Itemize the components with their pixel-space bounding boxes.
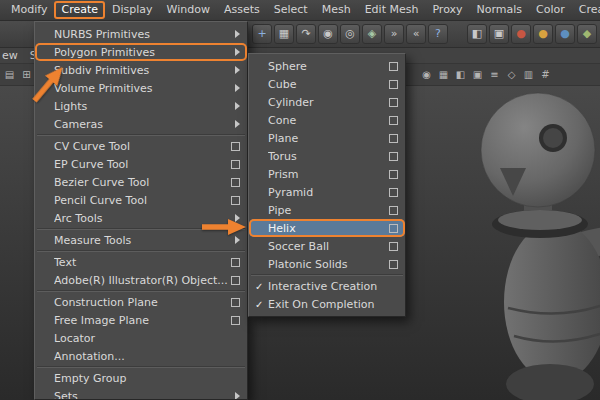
option-box-icon[interactable]	[389, 62, 398, 71]
image-plane-icon[interactable]: ▣	[471, 67, 484, 83]
bookmark-icon[interactable]: ◧	[454, 67, 467, 83]
option-box-icon[interactable]	[389, 224, 398, 233]
create-menu-item-locator[interactable]: Locator	[35, 329, 247, 347]
menubar-item-mesh[interactable]: Mesh	[315, 1, 358, 19]
robot-collar-top	[498, 210, 582, 230]
option-box-icon[interactable]	[231, 178, 240, 187]
menu-item-label: Empty Group	[54, 372, 242, 385]
option-box-icon[interactable]	[231, 276, 240, 285]
polygon-submenu-item-pipe[interactable]: Pipe	[249, 201, 405, 219]
polygon-submenu-item-helix[interactable]: Helix	[249, 219, 405, 237]
menubar-item-proxy[interactable]: Proxy	[425, 1, 469, 19]
panel-menu-view[interactable]: ew	[2, 49, 18, 62]
option-box-icon[interactable]	[389, 242, 398, 251]
option-box-icon[interactable]	[389, 134, 398, 143]
selection-mask-icon[interactable]: +	[252, 24, 272, 44]
create-menu-item-annotation[interactable]: Annotation...	[35, 347, 247, 365]
polygon-submenu-item-sphere[interactable]: Sphere	[249, 57, 405, 75]
menubar-item-normals[interactable]: Normals	[470, 1, 530, 19]
grid-icon[interactable]: #	[539, 67, 552, 83]
create-menu-item-pencil-curve-tool[interactable]: Pencil Curve Tool	[35, 191, 247, 209]
select-camera-icon[interactable]: ▤	[3, 67, 16, 83]
create-menu-item-empty-group[interactable]: Empty Group	[35, 369, 247, 387]
option-box-icon[interactable]	[389, 260, 398, 269]
polygon-submenu-item-interactive-creation[interactable]: ✓Interactive Creation	[249, 277, 405, 295]
menu-item-label: Soccer Ball	[268, 240, 389, 253]
menubar-item-edit-mesh[interactable]: Edit Mesh	[358, 1, 426, 19]
menu-item-label: Locator	[54, 332, 242, 345]
camera-attributes-icon[interactable]: ▦	[437, 67, 450, 83]
option-box-icon[interactable]	[389, 206, 398, 215]
grid-toggle-icon[interactable]: ⊞	[20, 67, 33, 83]
menubar-item-color[interactable]: Color	[529, 1, 572, 19]
menu-item-label: Text	[54, 256, 231, 269]
option-box-icon[interactable]	[389, 170, 398, 179]
create-menu-item-cv-curve-tool[interactable]: CV Curve Tool	[35, 137, 247, 155]
polygon-submenu-item-pyramid[interactable]: Pyramid	[249, 183, 405, 201]
create-menu-item-nurbs-primitives[interactable]: NURBS Primitives	[35, 25, 247, 43]
option-box-icon[interactable]	[231, 196, 240, 205]
option-box-icon[interactable]	[389, 80, 398, 89]
option-box-icon[interactable]	[389, 98, 398, 107]
option-box-icon[interactable]	[231, 160, 240, 169]
isolate-select-icon[interactable]: ◇	[505, 67, 518, 83]
snap-to-projected-center-icon[interactable]: ◎	[340, 24, 360, 44]
create-menu-item-free-image-plane[interactable]: Free Image Plane	[35, 311, 247, 329]
option-box-icon[interactable]	[389, 116, 398, 125]
create-menu-item-volume-primitives[interactable]: Volume Primitives	[35, 79, 247, 97]
polygon-submenu-item-exit-on-completion[interactable]: ✓Exit On Completion	[249, 295, 405, 313]
option-box-icon[interactable]	[231, 258, 240, 267]
snap-to-grids-icon[interactable]: ▦	[274, 24, 294, 44]
option-box-icon[interactable]	[389, 188, 398, 197]
render-current-frame-icon[interactable]: ●	[511, 24, 531, 44]
polygon-submenu-item-prism[interactable]: Prism	[249, 165, 405, 183]
menubar-item-create[interactable]: Create	[54, 1, 105, 19]
create-menu-item-construction-plane[interactable]: Construction Plane	[35, 293, 247, 311]
hypershade-icon[interactable]: ◧	[467, 24, 487, 44]
polygon-submenu-item-cone[interactable]: Cone	[249, 111, 405, 129]
create-menu-item-bezier-curve-tool[interactable]: Bezier Curve Tool	[35, 173, 247, 191]
polygon-submenu-item-plane[interactable]: Plane	[249, 129, 405, 147]
option-box-icon[interactable]	[389, 152, 398, 161]
create-menu-item-adobe-r-illustrator-r-object[interactable]: Adobe(R) Illustrator(R) Object...	[35, 271, 247, 289]
menubar-item-modify[interactable]: Modify	[4, 1, 54, 19]
polygon-submenu-item-torus[interactable]: Torus	[249, 147, 405, 165]
render-settings-icon[interactable]: ●	[555, 24, 575, 44]
create-menu-separator	[37, 134, 245, 136]
create-menu-item-polygon-primitives[interactable]: Polygon Primitives	[35, 43, 247, 61]
help-icon[interactable]: ?	[428, 24, 448, 44]
polygon-submenu-item-cylinder[interactable]: Cylinder	[249, 93, 405, 111]
panel-toolbar-left-group: ▤⊞	[3, 67, 33, 83]
make-live-icon[interactable]: ◈	[362, 24, 382, 44]
submenu-arrow-icon	[235, 30, 240, 38]
field-chart-icon[interactable]: ▥	[522, 67, 535, 83]
create-menu-item-sets[interactable]: Sets	[35, 387, 247, 400]
create-menu-item-lights[interactable]: Lights	[35, 97, 247, 115]
menubar-item-assets[interactable]: Assets	[217, 1, 267, 19]
output-connections-icon[interactable]: «	[406, 24, 426, 44]
menu-item-label: Volume Primitives	[54, 82, 235, 95]
create-menu-item-text[interactable]: Text	[35, 253, 247, 271]
menu-item-label: Pyramid	[268, 186, 389, 199]
create-menu-item-ep-curve-tool[interactable]: EP Curve Tool	[35, 155, 247, 173]
polygon-submenu-item-platonic-solids[interactable]: Platonic Solids	[249, 255, 405, 273]
menubar-item-select[interactable]: Select	[267, 1, 315, 19]
option-box-icon[interactable]	[231, 142, 240, 151]
input-connections-icon[interactable]: »	[384, 24, 404, 44]
create-menu-item-cameras[interactable]: Cameras	[35, 115, 247, 133]
menubar-item-create-uvs[interactable]: Create UVs	[572, 1, 600, 19]
menubar-item-display[interactable]: Display	[105, 1, 160, 19]
option-box-icon[interactable]	[231, 316, 240, 325]
polygon-submenu-item-soccer-ball[interactable]: Soccer Ball	[249, 237, 405, 255]
checkmark-icon: ✓	[253, 281, 268, 292]
option-box-icon[interactable]	[231, 298, 240, 307]
snap-to-points-icon[interactable]: ◉	[318, 24, 338, 44]
polygon-submenu-item-cube[interactable]: Cube	[249, 75, 405, 93]
two-d-pan-zoom-icon[interactable]: ≡	[488, 67, 501, 83]
render-view-icon[interactable]: ▣	[489, 24, 509, 44]
snap-to-curves-icon[interactable]: ↷	[296, 24, 316, 44]
lock-camera-icon[interactable]: ◉	[420, 67, 433, 83]
ipr-render-icon[interactable]: ●	[533, 24, 553, 44]
paint-effects-icon[interactable]: ◆	[577, 24, 597, 44]
menubar-item-window[interactable]: Window	[160, 1, 217, 19]
